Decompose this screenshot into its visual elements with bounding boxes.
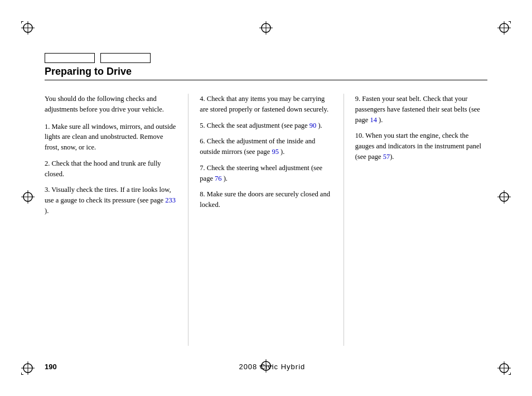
footer-center-text: 2008 Civic Hybrid [239, 363, 305, 371]
column-1: You should do the following checks and a… [45, 94, 188, 346]
list-item-5: 5. Check the seat adjustment (see page 9… [200, 120, 332, 131]
item-1-text: Make sure all windows, mirrors, and outs… [45, 123, 176, 152]
link-233[interactable]: 233 [165, 196, 176, 204]
list-item-9: 9. Fasten your seat belt. Check that you… [355, 94, 487, 125]
item-7-num: 7. [200, 164, 207, 172]
item-9-text-after: ). [377, 116, 383, 124]
page-title: Preparing to Drive [45, 66, 487, 78]
tab-bar [45, 53, 151, 63]
link-90[interactable]: 90 [309, 122, 317, 129]
intro-text: You should do the following checks and a… [45, 94, 177, 115]
item-9-num: 9. [355, 95, 362, 103]
reg-mark-tr [497, 21, 511, 35]
item-5-text-after: ). [316, 122, 322, 129]
list-item-6: 6. Check the adjustment of the inside an… [200, 136, 332, 157]
page: Preparing to Drive You should do the fol… [0, 0, 532, 396]
item-6-text-after: ). [279, 148, 284, 156]
item-6-num: 6. [200, 137, 207, 145]
title-divider [45, 80, 487, 80]
item-10-num: 10. [355, 132, 366, 139]
crosshair-right [497, 190, 511, 206]
list-item-4: 4. Check that any items you may be carry… [200, 94, 332, 115]
reg-mark-br [497, 361, 511, 375]
column-2: 4. Check that any items you may be carry… [188, 94, 344, 346]
item-8-text: Make sure the doors are securely closed … [200, 190, 330, 209]
item-4-num: 4. [200, 95, 207, 103]
item-3-num: 3. [45, 186, 51, 194]
link-76[interactable]: 76 [215, 175, 222, 182]
column-3: 9. Fasten your seat belt. Check that you… [344, 94, 487, 346]
item-2-text: Check that the hood and trunk are fully … [45, 160, 161, 178]
item-10-text-after: ). [390, 153, 394, 161]
reg-mark-bl [21, 361, 35, 375]
tab-rect-2 [100, 53, 151, 63]
list-item-8: 8. Make sure the doors are securely clos… [200, 189, 332, 210]
list-item-7: 7. Check the steering wheel adjustment (… [200, 163, 332, 184]
item-6-text: Check the adjustment of the inside and o… [200, 137, 315, 156]
link-95[interactable]: 95 [272, 148, 279, 156]
crosshair-top [259, 21, 273, 37]
list-item-1: 1. Make sure all windows, mirrors, and o… [45, 122, 177, 153]
list-item-10: 10. When you start the engine, check the… [355, 131, 487, 162]
page-number: 190 [45, 363, 57, 371]
item-1-num: 1. [45, 123, 52, 131]
section-title-area: Preparing to Drive [45, 66, 487, 80]
tab-rect-1 [45, 53, 95, 63]
item-4-text: Check that any items you may be carrying… [200, 95, 328, 113]
item-2-num: 2. [45, 160, 52, 167]
item-5-text: Check the seat adjustment (see page [207, 122, 309, 129]
item-3-text: Visually check the tires. If a tire look… [45, 186, 171, 204]
reg-mark-tl [21, 21, 35, 35]
content-columns: You should do the following checks and a… [45, 94, 487, 346]
item-10-text: When you start the engine, check the gau… [355, 132, 481, 161]
list-item-2: 2. Check that the hood and trunk are ful… [45, 158, 177, 180]
list-item-3: 3. Visually check the tires. If a tire l… [45, 185, 177, 216]
item-8-num: 8. [200, 190, 207, 198]
link-14[interactable]: 14 [370, 116, 377, 124]
item-7-text-after: ). [222, 175, 228, 182]
item-3-text-after: ). [45, 207, 49, 215]
footer: 190 2008 Civic Hybrid [45, 363, 487, 371]
link-57[interactable]: 57 [383, 153, 390, 161]
item-5-num: 5. [200, 122, 207, 129]
crosshair-left [21, 190, 35, 206]
